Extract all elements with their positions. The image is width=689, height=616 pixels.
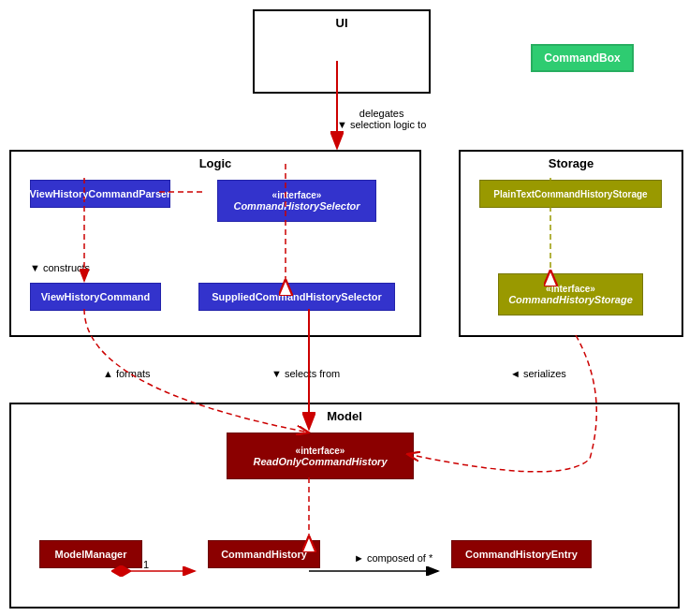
selection-logic-text: ▼ selection logic to	[337, 119, 426, 130]
one-label: 1	[143, 559, 149, 570]
model-title: Model	[11, 409, 678, 423]
readonly-command-history-node: «interface» ReadOnlyCommandHistory	[227, 433, 414, 479]
delegates-text: delegates	[359, 108, 404, 119]
model-manager-node: ModelManager	[39, 540, 142, 568]
formats-label: ▲ formats	[103, 368, 151, 379]
serializes-text: ◄ serializes	[510, 368, 566, 379]
selects-from-text: ▼ selects from	[271, 368, 340, 379]
commandbox-node: CommandBox	[531, 44, 634, 72]
command-history-storage-node: «interface» CommandHistoryStorage	[498, 273, 643, 315]
logic-title: Logic	[11, 156, 419, 170]
view-history-command-node: ViewHistoryCommand	[30, 283, 161, 311]
storage-title: Storage	[461, 156, 682, 170]
plain-text-storage-node: PlainTextCommandHistoryStorage	[479, 180, 662, 208]
command-history-selector-node: «interface» CommandHistorySelector	[217, 180, 376, 222]
constructs-text: ▼ constructs	[30, 262, 90, 273]
diagram-container: UI CommandBox Logic ViewHistoryCommandPa…	[0, 0, 689, 616]
ui-title: UI	[255, 16, 429, 30]
command-history-node: CommandHistory	[208, 540, 320, 568]
storage-box: Storage PlainTextCommandHistoryStorage «…	[459, 150, 683, 337]
composed-of-label: ► composed of *	[354, 552, 432, 564]
supplied-command-history-selector-node: SuppliedCommandHistorySelector	[198, 283, 395, 311]
view-history-command-parser-node: ViewHistoryCommandParser	[30, 180, 170, 208]
command-history-entry-node: CommandHistoryEntry	[451, 540, 592, 568]
logic-box: Logic ViewHistoryCommandParser «interfac…	[9, 150, 421, 337]
delegates-label: delegates ▼ selection logic to	[337, 108, 426, 130]
composed-of-text: ► composed of *	[354, 552, 432, 564]
ui-box: UI CommandBox	[253, 9, 431, 94]
serializes-label: ◄ serializes	[510, 368, 566, 379]
formats-text: ▲ formats	[103, 368, 151, 379]
one-text: 1	[143, 559, 149, 570]
constructs-label: ▼ constructs	[30, 262, 90, 273]
selects-from-label: ▼ selects from	[271, 368, 340, 379]
model-box: Model «interface» ReadOnlyCommandHistory…	[9, 403, 680, 609]
